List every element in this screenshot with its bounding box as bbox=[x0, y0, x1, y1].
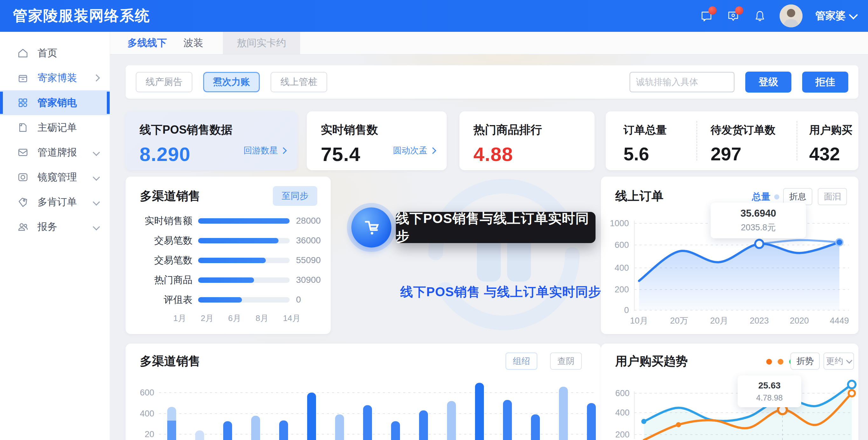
svg-text:200: 200 bbox=[615, 430, 629, 439]
sidebar-item-apparel[interactable]: 寄家博装 bbox=[0, 65, 110, 90]
main-content: 多线线下 波装 敖间实卡约 线产厕告 焄次力账 线上管桩 登级 拒佳 线下POS… bbox=[110, 32, 868, 440]
bar-track bbox=[198, 218, 290, 224]
stat-label: 用户购买 bbox=[809, 123, 852, 138]
tab-bar: 多线线下 波装 敖间实卡约 bbox=[110, 32, 868, 55]
area-mode-button[interactable]: 面汩 bbox=[818, 188, 847, 205]
chevron-down-icon bbox=[846, 357, 852, 364]
bar-track bbox=[198, 277, 290, 283]
stat-link-label: 圆动次孟 bbox=[393, 145, 427, 156]
sidebar-item-label: 管道牌报 bbox=[37, 146, 77, 159]
trend-mode-button[interactable]: 折势 bbox=[790, 353, 820, 370]
sidebar-item-label: 多肯订单 bbox=[37, 195, 77, 209]
bar-track bbox=[198, 238, 290, 243]
bar-label: 实时销售额 bbox=[135, 214, 192, 228]
stat-link-label: 回游数星 bbox=[244, 145, 278, 156]
view-button[interactable]: 查阴 bbox=[550, 353, 582, 370]
sidebar-item-monitor[interactable]: 镜窥管理 bbox=[0, 165, 110, 189]
svg-text:4449: 4449 bbox=[830, 316, 849, 325]
stat-title: 线下POS销售数据 bbox=[140, 122, 297, 138]
filter-button-3[interactable]: 线上管桩 bbox=[271, 72, 327, 92]
bar-label: 评伹表 bbox=[135, 293, 192, 306]
channel-bar-row: 评伹表0 bbox=[135, 290, 324, 310]
legend-dot bbox=[778, 359, 783, 364]
stat-label: 订单总量 bbox=[623, 123, 667, 138]
message-icon[interactable] bbox=[700, 9, 713, 23]
sidebar-item-retail[interactable]: 管家销电 bbox=[0, 90, 110, 115]
user-menu[interactable]: 管家婆 bbox=[815, 9, 857, 23]
filter-toolbar: 线产厕告 焄次力账 线上管桩 登级 拒佳 bbox=[126, 65, 859, 99]
search-input[interactable] bbox=[629, 72, 735, 92]
online-orders-panel: 线上订单 总量 折息 面汩 1000600400200010月20万20月202… bbox=[601, 177, 859, 334]
chevron-right-icon bbox=[280, 147, 287, 154]
channel-bar-row: 交易笔数36000 bbox=[135, 231, 324, 251]
sidebar-item-label: 管家销电 bbox=[37, 96, 77, 110]
sidebar-item-home[interactable]: 首页 bbox=[0, 41, 110, 65]
tab-apparel[interactable]: 波装 bbox=[175, 32, 211, 54]
channel-bar-row: 交易笔数55090 bbox=[135, 251, 324, 270]
svg-text:600: 600 bbox=[140, 388, 154, 398]
sidebar-item-service[interactable]: 报务 bbox=[0, 214, 110, 239]
tag-icon bbox=[17, 196, 29, 208]
bar-value: 55090 bbox=[296, 255, 321, 265]
sync-watermark bbox=[405, 166, 602, 344]
legend-dot bbox=[774, 195, 779, 200]
svg-text:2023: 2023 bbox=[750, 316, 769, 325]
stat-value: 5.6 bbox=[623, 143, 667, 165]
document-icon bbox=[17, 121, 29, 134]
chevron-right-icon bbox=[430, 147, 436, 154]
chat-icon[interactable] bbox=[726, 9, 740, 23]
stat-card-orders: 订单总量 5.6 待发货订单数 297 用户购买 432 bbox=[606, 111, 859, 170]
sync-badge[interactable]: 至同步 bbox=[273, 186, 317, 206]
svg-text:20: 20 bbox=[145, 430, 154, 439]
svg-text:20万: 20万 bbox=[670, 316, 688, 325]
avatar[interactable] bbox=[780, 4, 803, 27]
sidebar-item-records[interactable]: 主砺记单 bbox=[0, 115, 110, 140]
hbar-chart: 实时销售额28000交易笔数36000交易笔数55090热门商品30900评伹表… bbox=[135, 211, 324, 310]
range-dropdown[interactable]: 更约 bbox=[824, 353, 854, 370]
notification-badge bbox=[735, 6, 743, 14]
channel-bar-row: 实时销售额28000 bbox=[135, 211, 324, 231]
sync-icon[interactable] bbox=[351, 207, 392, 247]
chevron-right-icon bbox=[93, 75, 100, 82]
apps-icon bbox=[17, 96, 29, 109]
tab-offline[interactable]: 多线线下 bbox=[119, 32, 175, 54]
svg-text:400: 400 bbox=[140, 409, 154, 418]
stat-col-total: 订单总量 5.6 bbox=[623, 111, 667, 170]
filter-button-1[interactable]: 线产厕告 bbox=[136, 72, 192, 92]
camera-icon bbox=[17, 171, 29, 183]
axis-label: 1月 bbox=[173, 313, 186, 324]
channel-bar-row: 热门商品30900 bbox=[135, 270, 324, 290]
filter-button-2[interactable]: 焄次力账 bbox=[203, 72, 260, 92]
box-icon bbox=[17, 71, 29, 84]
tab-realtime-card[interactable]: 敖间实卡约 bbox=[223, 32, 300, 54]
stat-link[interactable]: 圆动次孟 bbox=[393, 145, 435, 156]
app-title: 管家陵服装网络系统 bbox=[13, 6, 150, 26]
team-icon bbox=[17, 221, 29, 233]
sidebar-item-label: 寄家博装 bbox=[37, 71, 77, 85]
sidebar: 首页 寄家博装 管家销电 主砺记单 管道牌报 镜窥管理 多肯订单 报务 bbox=[0, 32, 110, 440]
bell-icon[interactable] bbox=[753, 9, 767, 23]
panel-title: 多渠道销售 bbox=[140, 353, 200, 370]
sync-caption: 线下POS销售 与线上订单实时同步 bbox=[383, 283, 618, 301]
secondary-action-button[interactable]: 拒佳 bbox=[802, 71, 848, 93]
buying-trend-panel: 用户购买趋势 折势 更约 600400200 25.63 4.78.98 bbox=[601, 344, 859, 440]
stat-card-realtime: 实时销售数 75.4 圆动次孟 bbox=[307, 111, 447, 170]
panel-title: 线上订单 bbox=[615, 188, 663, 204]
bar-track bbox=[198, 258, 290, 263]
channel-sales-bars-panel: 多渠道销售 组绍 查阴 60040020 bbox=[126, 344, 601, 440]
sidebar-item-label: 首页 bbox=[37, 47, 57, 60]
primary-action-button[interactable]: 登级 bbox=[745, 71, 792, 93]
stat-value: 432 bbox=[809, 143, 852, 165]
stat-card-hot: 热门商品排行 4.88 bbox=[459, 111, 595, 170]
bar-value: 36000 bbox=[296, 235, 321, 245]
sidebar-item-reports[interactable]: 管道牌报 bbox=[0, 140, 110, 165]
sidebar-item-orders[interactable]: 多肯订单 bbox=[0, 189, 110, 214]
sidebar-item-label: 报务 bbox=[37, 220, 57, 234]
legend-total[interactable]: 总量 bbox=[752, 190, 779, 203]
home-icon bbox=[17, 47, 29, 59]
svg-text:400: 400 bbox=[615, 263, 629, 273]
panel-title: 用户购买趋势 bbox=[615, 353, 688, 370]
axis-label: 14月 bbox=[283, 313, 301, 324]
stat-link[interactable]: 回游数星 bbox=[244, 145, 286, 156]
group-button[interactable]: 组绍 bbox=[505, 353, 537, 370]
